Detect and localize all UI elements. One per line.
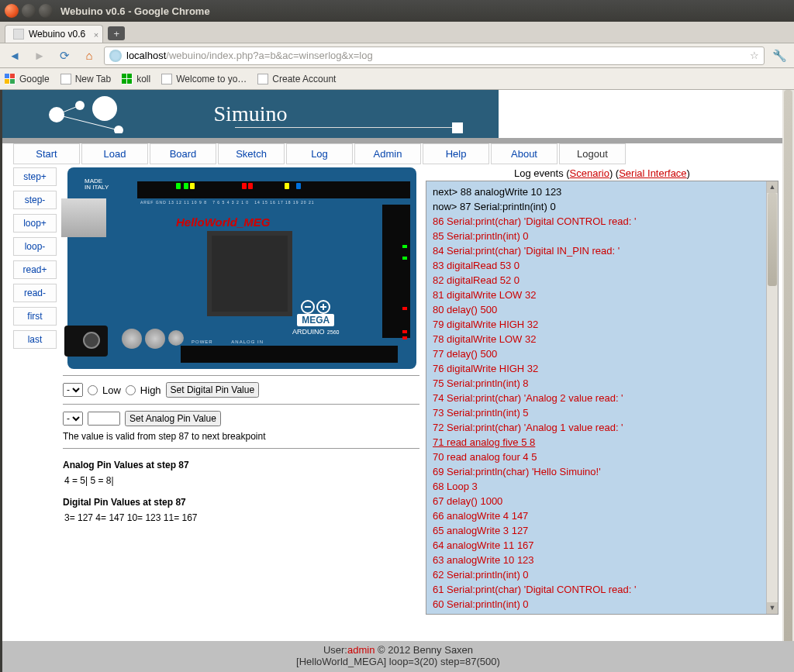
set-analog-button[interactable]: [125, 411, 221, 426]
window-title: Webuino v0.6 - Google Chrome: [60, 5, 210, 17]
log-line: 86 Serial:print(char) 'Digital CONTROL r…: [433, 214, 772, 229]
step-controls: step+ step- loop+ loop- read+ read- firs…: [13, 167, 57, 615]
forward-button[interactable]: ►: [29, 46, 50, 66]
svg-rect-7: [127, 79, 132, 84]
svg-point-10: [49, 107, 64, 122]
url-host: localhost: [126, 50, 166, 61]
window-close-icon[interactable]: [5, 4, 19, 18]
step-minus-button[interactable]: step-: [13, 191, 57, 209]
favicon-icon: [13, 29, 24, 40]
log-line: 78 digitalWrite LOW 32: [433, 332, 772, 346]
log-line: 83 digitalRead 53 0: [433, 258, 772, 273]
log-scrollbar[interactable]: ▲ ▼: [766, 181, 778, 614]
digital-values: 3= 127 4= 147 10= 123 11= 167: [64, 512, 419, 523]
scenario-link[interactable]: Scenario: [570, 167, 609, 179]
log-line: 85 Serial:println(int) 0: [433, 229, 772, 243]
low-radio[interactable]: [88, 385, 98, 395]
nav-about[interactable]: About: [491, 143, 558, 164]
digital-pin-select[interactable]: -: [63, 383, 83, 397]
bookmark-item[interactable]: Google: [5, 74, 50, 84]
page-icon: [60, 74, 71, 84]
svg-rect-5: [127, 74, 132, 78]
analog-value-input[interactable]: [88, 412, 120, 426]
log-header: Log events (Scenario) (Serial Interface): [426, 167, 778, 179]
log-line: 67 delay() 1000: [433, 494, 772, 508]
step-plus-button[interactable]: step+: [13, 167, 57, 186]
log-line: 72 Serial:print(char) 'Analog 1 value re…: [433, 420, 772, 435]
nav-log[interactable]: Log: [286, 143, 353, 164]
log-line: 65 analogWrite 3 127: [433, 523, 772, 538]
nav-admin[interactable]: Admin: [354, 143, 421, 164]
low-label: Low: [102, 384, 121, 396]
log-line[interactable]: 71 read analog five 5 8: [433, 435, 772, 450]
svg-point-13: [114, 126, 123, 133]
svg-rect-1: [10, 74, 15, 78]
svg-rect-6: [122, 79, 126, 84]
window-maximize-icon[interactable]: [39, 4, 53, 18]
footer-status: [HelloWorld_MEGA] loop=3(20) step=87(500…: [2, 656, 794, 667]
home-button[interactable]: ⌂: [79, 46, 99, 66]
log-line: 76 digitalWrite HIGH 32: [433, 361, 772, 376]
koll-icon: [122, 74, 133, 84]
app-header: Simuino: [2, 90, 499, 138]
page-icon: [161, 74, 172, 84]
footer-user: admin: [347, 644, 375, 656]
log-line: 80 delay() 500: [433, 302, 772, 317]
log-line: 79 digitalWrite HIGH 32: [433, 317, 772, 332]
tab-title: Webuino v0.6: [29, 29, 85, 40]
log-line: 68 Loop 3: [433, 479, 772, 494]
log-line: 81 digitalWrite LOW 32: [433, 288, 772, 302]
back-button[interactable]: ◄: [5, 46, 25, 66]
nav-sketch[interactable]: Sketch: [218, 143, 285, 164]
google-icon: [5, 74, 16, 84]
page-scrollbar[interactable]: [782, 90, 794, 672]
log-line: now> 87 Serial:println(int) 0: [433, 199, 772, 214]
reload-button[interactable]: ⟳: [54, 46, 74, 66]
analog-pin-select[interactable]: -: [63, 412, 83, 426]
bookmark-item[interactable]: koll: [122, 74, 150, 84]
nav-board[interactable]: Board: [150, 143, 216, 164]
page-footer: User:admin © 2012 Benny Saxen [HelloWorl…: [2, 641, 794, 672]
bookmark-item[interactable]: New Tab: [60, 74, 111, 84]
page-icon: [257, 74, 268, 84]
svg-rect-3: [10, 79, 15, 84]
browser-tab[interactable]: Webuino v0.6 ×: [5, 25, 103, 43]
tab-close-icon[interactable]: ×: [94, 30, 98, 40]
serial-interface-link[interactable]: Serial Interface: [619, 167, 686, 179]
bookmark-item[interactable]: Create Account: [257, 74, 336, 84]
read-minus-button[interactable]: read-: [13, 284, 57, 302]
svg-rect-2: [5, 79, 9, 84]
globe-icon: [109, 50, 122, 62]
nav-load[interactable]: Load: [81, 143, 148, 164]
wrench-menu-button[interactable]: 🔧: [769, 46, 789, 66]
last-button[interactable]: last: [13, 330, 57, 349]
log-line: 66 analogWrite 4 147: [433, 508, 772, 523]
nav-logout[interactable]: Logout: [559, 143, 626, 164]
url-path: /webuino/index.php?a=b&ac=winserlog&x=lo…: [166, 50, 372, 61]
log-line: 73 Serial:println(int) 5: [433, 405, 772, 420]
log-line: 63 analogWrite 10 123: [433, 553, 772, 567]
bookmark-item[interactable]: Welcome to yo…: [161, 74, 247, 84]
log-line: 61 Serial:print(char) 'Digital CONTROL r…: [433, 582, 772, 597]
browser-tabstrip: Webuino v0.6 × +: [0, 22, 794, 43]
set-digital-button[interactable]: [166, 382, 260, 398]
read-plus-button[interactable]: read+: [13, 260, 57, 279]
high-label: High: [140, 384, 161, 396]
new-tab-button[interactable]: +: [108, 26, 125, 40]
loop-plus-button[interactable]: loop+: [13, 214, 57, 233]
validity-note: The value is valid from step 87 to next …: [63, 431, 419, 442]
url-bar[interactable]: localhost/webuino/index.php?a=b&ac=winse…: [104, 47, 765, 65]
nav-start[interactable]: Start: [13, 143, 80, 164]
window-minimize-icon[interactable]: [22, 4, 36, 18]
first-button[interactable]: first: [13, 307, 57, 326]
app-title: Simuino: [214, 102, 288, 126]
bookmarks-bar: Google New Tab koll Welcome to yo… Creat…: [0, 68, 794, 90]
main-nav: Start Load Board Sketch Log Admin Help A…: [2, 143, 794, 164]
bookmark-star-icon[interactable]: ☆: [750, 50, 759, 61]
svg-point-11: [75, 101, 85, 110]
log-line: next> 88 analogWrite 10 123: [433, 184, 772, 199]
log-line: 60 Serial:println(int) 0: [433, 597, 772, 612]
nav-help[interactable]: Help: [423, 143, 489, 164]
loop-minus-button[interactable]: loop-: [13, 237, 57, 256]
high-radio[interactable]: [126, 385, 136, 395]
